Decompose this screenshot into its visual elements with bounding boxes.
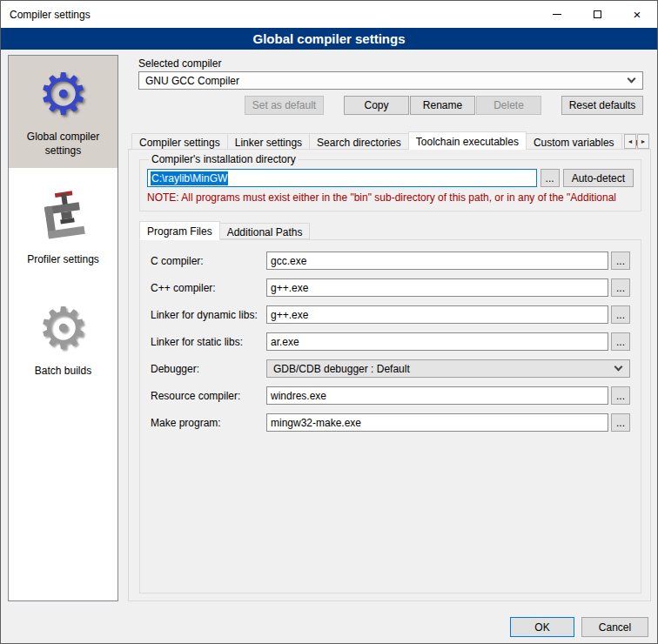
installation-directory-row: C:\raylib\MinGW ... Auto-detect <box>147 169 634 187</box>
tab-scroll-left-button[interactable]: ◄ <box>624 134 636 149</box>
browse-dynamic-linker-button[interactable]: ... <box>611 305 630 324</box>
field-control: ... <box>266 413 630 432</box>
gray-gear-icon: ⚙ <box>37 300 89 358</box>
make-program-label: Make program: <box>151 417 266 429</box>
maximize-button[interactable] <box>577 1 617 28</box>
main-panel: Selected compiler GNU GCC Compiler Set a… <box>127 55 652 609</box>
resource-compiler-input[interactable] <box>266 386 608 405</box>
installation-directory-group: Compiler's installation directory C:\ray… <box>139 153 641 211</box>
field-row: C++ compiler: ... <box>151 278 630 297</box>
chevron-down-icon <box>628 75 636 84</box>
browse-c-compiler-button[interactable]: ... <box>611 252 630 270</box>
cancel-button[interactable]: Cancel <box>581 617 648 637</box>
dynamic-linker-label: Linker for dynamic libs: <box>151 309 266 321</box>
field-control: GDB/CDB debugger : Default <box>266 359 630 378</box>
sidebar-item-label: Batch builds <box>35 365 91 379</box>
c-compiler-label: C compiler: <box>151 255 266 267</box>
sidebar-item-label: Global compiler settings <box>11 131 115 158</box>
subtab-program-files[interactable]: Program Files <box>139 221 220 240</box>
selected-compiler-dropdown[interactable]: GNU GCC Compiler <box>138 71 643 90</box>
tab-compiler-settings[interactable]: Compiler settings <box>131 133 228 150</box>
delete-button[interactable]: Delete <box>476 96 541 115</box>
field-control: ... <box>266 305 630 324</box>
tab-scroll-right-button[interactable]: ► <box>637 134 649 149</box>
sidebar-item-label: Profiler settings <box>27 253 99 267</box>
static-linker-label: Linker for static libs: <box>151 336 266 348</box>
settings-category-list: ⚙ Global compiler settings Profiler set <box>8 55 118 601</box>
field-row: Debugger: GDB/CDB debugger : Default <box>151 359 630 378</box>
debugger-value: GDB/CDB debugger : Default <box>273 363 410 375</box>
cpp-compiler-label: C++ compiler: <box>151 282 266 294</box>
sidebar-item-batch-builds[interactable]: ⚙ Batch builds <box>9 290 118 389</box>
browse-resource-compiler-button[interactable]: ... <box>611 386 630 405</box>
installation-directory-input[interactable]: C:\raylib\MinGW <box>147 169 537 187</box>
minimize-icon <box>553 14 561 15</box>
chevron-down-icon <box>614 363 623 372</box>
blue-gear-icon: ⚙ <box>37 66 89 124</box>
cpp-compiler-input[interactable] <box>266 278 608 297</box>
sidebar-item-profiler-settings[interactable]: Profiler settings <box>9 180 118 278</box>
toolchain-executables-panel: Compiler's installation directory C:\ray… <box>128 149 651 601</box>
field-row: Linker for dynamic libs: ... <box>151 305 630 324</box>
sidebar-item-global-compiler-settings[interactable]: ⚙ Global compiler settings <box>9 56 118 168</box>
reset-defaults-button[interactable]: Reset defaults <box>561 96 643 115</box>
auto-detect-button[interactable]: Auto-detect <box>563 169 634 187</box>
selected-compiler-value: GNU GCC Compiler <box>145 75 239 87</box>
field-row: Resource compiler: ... <box>151 386 630 405</box>
clamp-icon <box>37 191 90 246</box>
minimize-button[interactable] <box>537 1 577 28</box>
browse-make-program-button[interactable]: ... <box>611 413 630 432</box>
dialog-banner: Global compiler settings <box>1 28 657 50</box>
debugger-dropdown[interactable]: GDB/CDB debugger : Default <box>266 359 630 378</box>
program-files-panel: C compiler: ... C++ compiler: ... <box>139 239 641 594</box>
subtab-additional-paths[interactable]: Additional Paths <box>219 223 311 239</box>
field-row: Make program: ... <box>151 413 630 432</box>
ok-button[interactable]: OK <box>510 617 574 637</box>
field-control: ... <box>266 332 630 351</box>
tab-search-directories[interactable]: Search directories <box>309 133 409 150</box>
maximize-icon <box>594 10 601 18</box>
field-control: ... <box>266 252 630 270</box>
settings-tabstrip: Compiler settings Linker settings Search… <box>131 131 649 150</box>
tab-custom-variables[interactable]: Custom variables <box>526 133 622 150</box>
dynamic-linker-input[interactable] <box>266 305 608 324</box>
browse-static-linker-button[interactable]: ... <box>611 332 630 351</box>
make-program-input[interactable] <box>266 413 608 432</box>
set-as-default-button[interactable]: Set as default <box>245 96 324 115</box>
compiler-settings-window: Compiler settings × Global compiler sett… <box>0 0 658 644</box>
note-text: NOTE: All programs must exist either in … <box>147 191 634 204</box>
static-linker-input[interactable] <box>266 332 608 351</box>
caption-buttons: × <box>537 1 657 28</box>
field-control: ... <box>266 278 630 297</box>
dialog-body: ⚙ Global compiler settings Profiler set <box>1 50 657 643</box>
program-files-tabstrip: Program Files Additional Paths <box>139 220 650 239</box>
browse-directory-button[interactable]: ... <box>540 169 560 187</box>
rename-button[interactable]: Rename <box>410 96 475 115</box>
selected-compiler-label: Selected compiler <box>138 57 221 70</box>
browse-cpp-compiler-button[interactable]: ... <box>611 278 630 297</box>
debugger-label: Debugger: <box>151 363 266 375</box>
installation-directory-value: C:\raylib\MinGW <box>151 171 228 185</box>
field-row: Linker for static libs: ... <box>151 332 630 351</box>
tab-scroll-buttons: ◄ ► <box>623 134 649 149</box>
close-button[interactable]: × <box>617 1 657 28</box>
tab-toolchain-executables[interactable]: Toolchain executables <box>408 131 527 150</box>
close-icon: × <box>634 8 641 21</box>
tab-linker-settings[interactable]: Linker settings <box>227 133 310 150</box>
window-title: Compiler settings <box>1 9 91 21</box>
field-row: C compiler: ... <box>151 252 630 270</box>
copy-button[interactable]: Copy <box>344 96 409 115</box>
field-control: ... <box>266 386 630 405</box>
resource-compiler-label: Resource compiler: <box>151 390 266 402</box>
installation-directory-label: Compiler's installation directory <box>149 153 299 165</box>
c-compiler-input[interactable] <box>266 252 608 270</box>
titlebar[interactable]: Compiler settings × <box>1 1 657 28</box>
